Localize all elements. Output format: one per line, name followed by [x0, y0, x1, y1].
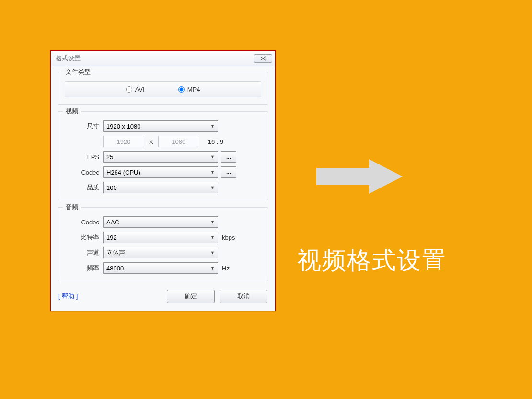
svg-marker-0 — [316, 159, 403, 194]
video-codec-combo[interactable]: H264 (CPU) — [103, 166, 218, 178]
audio-group: 音频 Codec AAC 比特率 192 kbps 声道 立体声 频率 4800… — [58, 207, 268, 281]
cancel-button[interactable]: 取消 — [220, 290, 267, 303]
bitrate-combo[interactable]: 192 — [103, 232, 218, 243]
fps-more-button[interactable]: ... — [221, 151, 236, 163]
dialog-footer: [ 帮助 ] 确定 取消 — [58, 288, 268, 304]
aspect-ratio: 16 : 9 — [208, 138, 224, 145]
freq-unit: Hz — [222, 265, 230, 272]
radio-mp4-input[interactable] — [178, 86, 185, 93]
page-caption: 视频格式设置 — [297, 245, 447, 277]
dimensions-row: X 16 : 9 — [65, 136, 261, 147]
x-separator: X — [149, 138, 153, 145]
channel-row: 声道 立体声 — [65, 247, 261, 258]
format-settings-dialog: 格式设置 文件类型 AVI MP4 视频 尺寸 — [50, 50, 276, 311]
video-codec-label: Codec — [65, 169, 103, 176]
audio-codec-combo[interactable]: AAC — [103, 216, 218, 228]
dialog-body: 文件类型 AVI MP4 视频 尺寸 1920 x 1080 — [51, 66, 275, 311]
quality-label: 品质 — [65, 183, 103, 192]
ok-button[interactable]: 确定 — [167, 290, 215, 303]
size-label: 尺寸 — [65, 122, 103, 130]
radio-avi-label: AVI — [135, 86, 145, 93]
video-group: 视频 尺寸 1920 x 1080 X 16 : 9 FPS 25 ... Co… — [58, 111, 268, 200]
help-link[interactable]: [ 帮助 ] — [58, 292, 78, 301]
audio-codec-label: Codec — [65, 219, 103, 226]
channel-combo[interactable]: 立体声 — [103, 247, 218, 258]
freq-combo[interactable]: 48000 — [103, 262, 218, 274]
fps-combo[interactable]: 25 — [103, 151, 218, 163]
size-combo[interactable]: 1920 x 1080 — [103, 120, 218, 132]
channel-label: 声道 — [65, 248, 103, 257]
audio-codec-row: Codec AAC — [65, 216, 261, 228]
freq-row: 频率 48000 Hz — [65, 262, 261, 274]
radio-avi[interactable]: AVI — [126, 86, 145, 93]
height-input[interactable] — [158, 136, 199, 147]
arrow-icon — [316, 159, 403, 194]
radio-mp4-label: MP4 — [187, 86, 200, 93]
radio-mp4[interactable]: MP4 — [178, 86, 200, 93]
quality-combo[interactable]: 100 — [103, 182, 218, 193]
file-type-group: 文件类型 AVI MP4 — [58, 72, 268, 105]
width-input[interactable] — [103, 136, 144, 147]
size-row: 尺寸 1920 x 1080 — [65, 120, 261, 132]
quality-row: 品质 100 — [65, 182, 261, 193]
file-type-row: AVI MP4 — [65, 81, 261, 97]
bitrate-unit: kbps — [222, 234, 235, 241]
titlebar: 格式设置 — [51, 51, 275, 66]
video-codec-row: Codec H264 (CPU) ... — [65, 166, 261, 178]
dialog-title: 格式设置 — [56, 54, 254, 63]
codec-more-button[interactable]: ... — [221, 166, 236, 178]
fps-label: FPS — [65, 153, 103, 161]
bitrate-label: 比特率 — [65, 233, 103, 242]
close-button[interactable] — [254, 54, 272, 63]
fps-row: FPS 25 ... — [65, 151, 261, 163]
video-group-label: 视频 — [63, 107, 81, 116]
close-icon — [260, 56, 266, 61]
file-type-label: 文件类型 — [63, 68, 93, 76]
bitrate-row: 比特率 192 kbps — [65, 232, 261, 243]
radio-avi-input[interactable] — [126, 86, 132, 93]
freq-label: 频率 — [65, 264, 103, 272]
audio-group-label: 音频 — [63, 203, 81, 211]
